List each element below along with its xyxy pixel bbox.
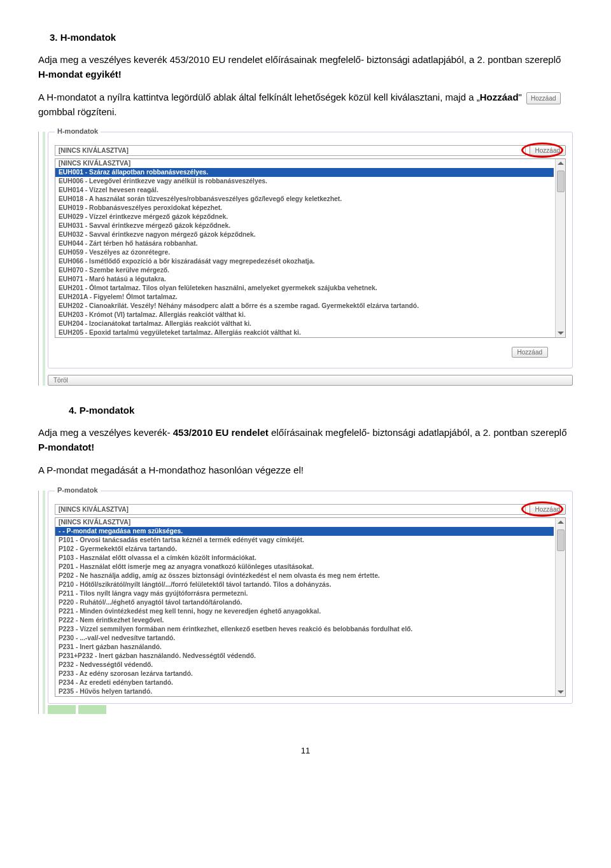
add-button[interactable]: Hozzáad: [530, 145, 566, 156]
dropdown-option[interactable]: P103 - Használat előtt olvassa el a címk…: [55, 554, 554, 563]
text: előírásainak megfelelő- biztonsági adatl…: [269, 427, 567, 438]
dropdown-list[interactable]: [NINCS KIVÁLASZTVA]EUH001 - Száraz állap…: [55, 159, 565, 337]
text-bold: H-mondat egyikét!: [38, 69, 122, 80]
scrollbar[interactable]: [555, 518, 565, 696]
dropdown-option[interactable]: P233 - Az edény szorosan lezárva tartand…: [55, 669, 554, 678]
p-select-input[interactable]: [NINCS KIVÁLASZTVA]: [55, 504, 526, 515]
text: gombbal rögzíteni.: [38, 106, 116, 117]
dropdown-option[interactable]: EUH029 - Vízzel érintkezve mérgező gázok…: [55, 213, 554, 221]
dropdown-option[interactable]: P101 - Orvosi tanácsadás esetén tartsa k…: [55, 536, 554, 545]
h-select-input[interactable]: [NINCS KIVÁLASZTVA]: [55, 145, 526, 156]
add-button[interactable]: Hozzáad: [530, 504, 566, 515]
dropdown-option[interactable]: EUH071 - Maró hatású a légutakra.: [55, 275, 554, 284]
text: ": [519, 92, 525, 102]
dropdown-list[interactable]: [NINCS KIVÁLASZTVA]- - P-mondat megadása…: [55, 518, 565, 696]
add-button-inline: Hozzáad: [526, 92, 560, 104]
dropdown-option[interactable]: EUH006 - Levegővel érintkezve vagy anélk…: [55, 177, 554, 186]
section-4-para-2: A P-mondat megadását a H-mondathoz hason…: [38, 463, 573, 478]
text: A H-mondatot a nyílra kattintva legördül…: [38, 92, 480, 102]
scrollbar-thumb[interactable]: [557, 529, 565, 551]
text-bold: Hozzáad: [480, 92, 519, 102]
dropdown-option[interactable]: P210 - Hőtől/szikrától/nyílt lángtól/...…: [55, 580, 554, 589]
section-4-heading: 4. P-mondatok: [38, 405, 573, 416]
dropdown-option[interactable]: P201 - Használat előtt ismerje meg az an…: [55, 563, 554, 571]
delete-button[interactable]: Töröl: [48, 375, 573, 386]
dropdown-option[interactable]: - - P-mondat megadása nem szükséges.: [55, 527, 554, 536]
dropdown-option[interactable]: P211 - Tilos nyílt lángra vagy más gyújt…: [55, 589, 554, 598]
dropdown-option[interactable]: EUH201A - Figyelem! Ólmot tartalmaz.: [55, 293, 554, 302]
dropdown-option[interactable]: EUH066 - Ismétlődő expozíció a bőr kiszá…: [55, 257, 554, 266]
dropdown-option[interactable]: EUH044 - Zárt térben hő hatására robbanh…: [55, 239, 554, 248]
dropdown-option[interactable]: P202 - Ne használja addig, amíg az össze…: [55, 571, 554, 580]
dropdown-option[interactable]: EUH031 - Savval érintkezve mérgező gázok…: [55, 221, 554, 230]
green-block: [78, 705, 106, 714]
text-bold: P-mondatot!: [38, 442, 94, 452]
dropdown-option[interactable]: P102 - Gyermekektől elzárva tartandó.: [55, 545, 554, 554]
dropdown-option[interactable]: P222 - Nem érintkezhet levegővel.: [55, 616, 554, 625]
dropdown-option[interactable]: EUH205 - Epoxid tartalmú vegyületeket ta…: [55, 328, 554, 337]
dropdown-option[interactable]: [NINCS KIVÁLASZTVA]: [55, 518, 554, 527]
scrollbar-thumb[interactable]: [557, 171, 565, 192]
dropdown-option[interactable]: EUH201 - Ólmot tartalmaz. Tilos olyan fe…: [55, 284, 554, 293]
section-4-para-1: Adja meg a veszélyes keverék- 453/2010 E…: [38, 426, 573, 454]
screenshot-p-mondatok: P-mondatok [NINCS KIVÁLASZTVA] Hozzáad […: [38, 491, 573, 714]
dropdown-option[interactable]: P232 - Nedvességtől védendő.: [55, 661, 554, 669]
page-number: 11: [38, 746, 573, 755]
dropdown-option[interactable]: P223 - Vízzel semmilyen formában nem éri…: [55, 625, 554, 634]
dropdown-option[interactable]: EUH001 - Száraz állapotban robbanásveszé…: [55, 168, 554, 177]
section-3-para-2: A H-mondatot a nyílra kattintva legördül…: [38, 90, 573, 119]
dropdown-option[interactable]: EUH059 - Veszélyes az ózonrétegre.: [55, 248, 554, 257]
scrollbar[interactable]: [555, 159, 565, 337]
dropdown-option[interactable]: EUH014 - Vízzel hevesen reagál.: [55, 186, 554, 195]
dropdown-option[interactable]: EUH203 - Krómot (VI) tartalmaz. Allergiá…: [55, 311, 554, 319]
dropdown-option[interactable]: P235 - Hűvös helyen tartandó.: [55, 687, 554, 696]
dropdown-option[interactable]: P231 - Inert gázban használandó.: [55, 643, 554, 652]
text: Adja meg a veszélyes keverék 453/2010 EU…: [38, 54, 561, 65]
dropdown-option[interactable]: P234 - Az eredeti edényben tartandó.: [55, 678, 554, 687]
p-select-dropdown[interactable]: [NINCS KIVÁLASZTVA]- - P-mondat megadása…: [55, 517, 566, 697]
dropdown-option[interactable]: EUH070 - Szembe kerülve mérgező.: [55, 266, 554, 275]
dropdown-option[interactable]: P221 - Minden óvintézkedést meg kell ten…: [55, 607, 554, 616]
green-block: [48, 705, 76, 714]
dropdown-option[interactable]: P220 - Ruhától/.../éghető anyagtól távol…: [55, 598, 554, 607]
dropdown-option[interactable]: EUH018 - A használat során tűzveszélyes/…: [55, 195, 554, 204]
h-mondatok-fieldset: H-mondatok [NINCS KIVÁLASZTVA] Hozzáad […: [48, 132, 573, 368]
dropdown-option[interactable]: [NINCS KIVÁLASZTVA]: [55, 159, 554, 168]
text-bold: 453/2010 EU rendelet: [173, 427, 269, 438]
fieldset-legend: H-mondatok: [55, 127, 101, 135]
p-mondatok-fieldset: P-mondatok [NINCS KIVÁLASZTVA] Hozzáad […: [48, 491, 573, 704]
dropdown-option[interactable]: EUH019 - Robbanásveszélyes peroxidokat k…: [55, 204, 554, 213]
text: Adja meg a veszélyes keverék-: [38, 427, 173, 438]
fieldset-legend: P-mondatok: [55, 486, 101, 494]
h-select-dropdown[interactable]: [NINCS KIVÁLASZTVA]EUH001 - Száraz állap…: [55, 158, 566, 338]
section-3-para-1: Adja meg a veszélyes keverék 453/2010 EU…: [38, 53, 573, 81]
dropdown-option[interactable]: EUH202 - Cianoakrilát. Veszély! Néhány m…: [55, 302, 554, 311]
dropdown-option[interactable]: EUH204 - Izocianátokat tartalmaz. Allerg…: [55, 319, 554, 328]
dropdown-option[interactable]: EUH032 - Savval érintkezve nagyon mérgez…: [55, 230, 554, 239]
section-3-heading: 3. H-mondatok: [38, 32, 573, 43]
add-button-secondary[interactable]: Hozzáad: [512, 347, 548, 358]
green-band: [48, 705, 573, 714]
dropdown-option[interactable]: P230 - ...-val/-vel nedvesítve tartandó.: [55, 634, 554, 643]
dropdown-option[interactable]: P231+P232 - Inert gázban használandó. Ne…: [55, 652, 554, 661]
screenshot-h-mondatok: H-mondatok [NINCS KIVÁLASZTVA] Hozzáad […: [38, 132, 573, 386]
